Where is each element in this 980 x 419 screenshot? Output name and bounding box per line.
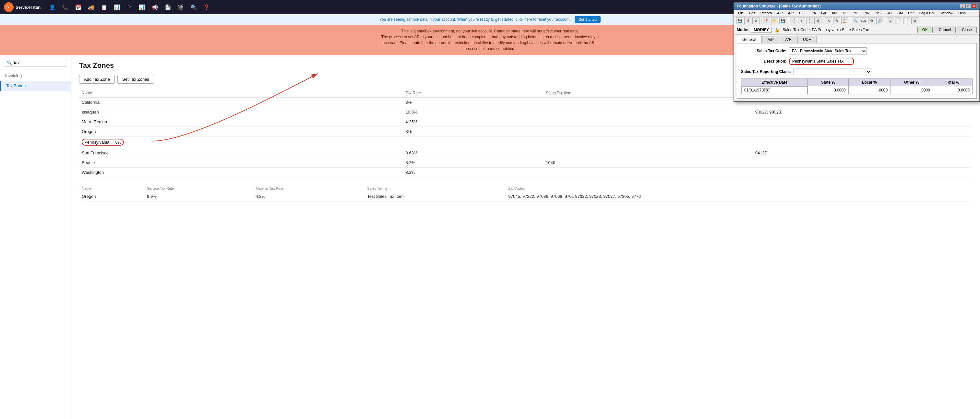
fw-tab-general[interactable]: General bbox=[737, 36, 762, 43]
fw-tab-udf[interactable]: UDF bbox=[797, 36, 816, 43]
fw-tool-first[interactable]: ⟨⟨ bbox=[790, 18, 797, 24]
fw-menu-record[interactable]: Record bbox=[758, 10, 775, 16]
fw-date-dropdown[interactable]: ▼ bbox=[764, 88, 770, 92]
fw-tool-save2[interactable]: 💾 bbox=[779, 18, 786, 24]
fw-menu-log-call[interactable]: Log a Call bbox=[917, 10, 938, 16]
app-logo: ST ServiceTitan bbox=[4, 2, 41, 12]
fw-rate-date: 01/01/1970 ▼ bbox=[741, 86, 808, 94]
fw-menu-ar[interactable]: A/R bbox=[786, 10, 797, 16]
fw-menu-window[interactable]: Window bbox=[938, 10, 956, 16]
fw-tool-print[interactable]: 🖨 bbox=[744, 18, 751, 24]
fw-tool-config[interactable]: ⚙ bbox=[868, 18, 875, 24]
fw-menu-up[interactable]: U/P bbox=[905, 10, 916, 16]
nav-icon-dashboard[interactable]: 📊 bbox=[138, 4, 145, 10]
row-name: Oregon bbox=[79, 127, 403, 137]
fw-minimize-button[interactable]: _ bbox=[960, 4, 965, 8]
col2-name: Name bbox=[79, 185, 144, 192]
table-row[interactable]: Metro Region 4.25% bbox=[79, 117, 972, 127]
fw-menu-in[interactable]: I/N bbox=[829, 10, 839, 16]
fw-tool-save[interactable]: 💾 bbox=[736, 18, 743, 24]
fw-tool-link[interactable]: 🔗 bbox=[876, 18, 883, 24]
add-tax-zone-button[interactable]: Add Tax Zone bbox=[79, 75, 115, 84]
row-name: Seattle bbox=[79, 158, 403, 168]
fw-tool-copy[interactable]: 📋 bbox=[841, 18, 848, 24]
fw-menu-ap[interactable]: A/P bbox=[775, 10, 786, 16]
nav-icon-calendar[interactable]: 📅 bbox=[75, 4, 81, 10]
nav-icon-dispatch[interactable]: 🚚 bbox=[88, 4, 94, 10]
fw-tool-new[interactable]: ✕ bbox=[825, 18, 832, 24]
fw-menu-sd[interactable]: S/D bbox=[883, 10, 894, 16]
fw-tool-settings[interactable]: ⚙ bbox=[911, 18, 918, 24]
fw-menu-help[interactable]: Help bbox=[956, 10, 968, 16]
fw-action-buttons: OK Cancel Close bbox=[917, 27, 977, 33]
table-row[interactable]: Washington 8.2% bbox=[79, 168, 972, 177]
fw-tool-sep5 bbox=[885, 18, 885, 24]
table-row[interactable]: Oregon 9.9% 4.3% Test Sales Tax Item 970… bbox=[79, 192, 972, 201]
fw-rate-row[interactable]: 01/01/1970 ▼ 8.0000 .0000 .0000 8.0000 bbox=[741, 86, 972, 94]
fw-tool-doc2[interactable]: 📄 bbox=[903, 18, 910, 24]
nav-icon-help[interactable]: ❓ bbox=[203, 4, 210, 10]
fw-tool-list[interactable]: ≡ bbox=[887, 18, 894, 24]
nav-icon-reports[interactable]: 📊 bbox=[114, 4, 120, 10]
fw-menu-tm[interactable]: T/M bbox=[894, 10, 905, 16]
pennsylvania-row[interactable]: Pennsylvania 8% bbox=[79, 137, 972, 148]
fw-close-x-button[interactable]: Close bbox=[957, 27, 977, 33]
content-area: Tax Zones Add Tax Zone Set Tax Zones Nam… bbox=[72, 55, 980, 419]
fw-rate-total: 8.0000 bbox=[933, 86, 972, 94]
fw-tool-delete[interactable]: 🗑 bbox=[833, 18, 840, 24]
col2-material-rate: Material Tax Rate bbox=[253, 185, 365, 192]
row2-service-rate: 9.9% bbox=[144, 192, 253, 201]
fw-sales-tax-code-select[interactable]: PA - Pennsylvania State Sales Tax - bbox=[789, 47, 867, 54]
fw-restore-button[interactable]: □ bbox=[966, 4, 971, 8]
col2-service-rate: Service Tax Rate bbox=[144, 185, 253, 192]
search-input[interactable]: tax bbox=[14, 61, 64, 65]
fw-tool-pin[interactable]: 📍 bbox=[763, 18, 770, 24]
fw-menu-file[interactable]: File bbox=[735, 10, 746, 16]
fw-close-button[interactable]: ✕ bbox=[972, 4, 977, 8]
get-started-button[interactable]: Get Started bbox=[574, 16, 601, 23]
nav-icon-person[interactable]: 👤 bbox=[49, 4, 56, 10]
fw-tool-find[interactable]: 🔍 bbox=[852, 18, 859, 24]
fw-menu-edit[interactable]: Edit bbox=[746, 10, 758, 16]
fw-menu-gl[interactable]: G/L bbox=[818, 10, 829, 16]
nav-icon-flag[interactable]: 🏳 bbox=[127, 4, 132, 10]
fw-menu-pc[interactable]: P/C bbox=[850, 10, 861, 16]
nav-icon-video[interactable]: 🎬 bbox=[177, 4, 184, 10]
nav-icon-jobs[interactable]: 📋 bbox=[101, 4, 107, 10]
fw-tab-ar[interactable]: A/R bbox=[780, 36, 797, 43]
fw-cancel-button[interactable]: Cancel bbox=[934, 27, 956, 33]
fw-reporting-class-select[interactable] bbox=[794, 68, 871, 75]
fw-tool-prev[interactable]: ⟨ bbox=[798, 18, 805, 24]
nav-icons: 👤 📞 📅 🚚 📋 📊 🏳 📊 📢 💾 🎬 🔍 ❓ bbox=[49, 4, 210, 10]
set-tax-zones-button[interactable]: Set Tax Zones bbox=[118, 75, 154, 84]
nav-icon-phone[interactable]: 📞 bbox=[62, 4, 68, 10]
fw-menu-jc[interactable]: J/C bbox=[839, 10, 850, 16]
nav-icon-marketing[interactable]: 📢 bbox=[151, 4, 158, 10]
fw-menu-ps[interactable]: P/S bbox=[872, 10, 883, 16]
fw-tool-close[interactable]: ✕ bbox=[752, 18, 759, 24]
fw-tool-last[interactable]: ⟩⟩ bbox=[814, 18, 821, 24]
fw-menu-fa[interactable]: F/A bbox=[808, 10, 818, 16]
search-box[interactable]: 🔍 tax bbox=[4, 59, 67, 67]
nav-icon-search[interactable]: 🔍 bbox=[190, 4, 197, 10]
fw-ok-button[interactable]: OK bbox=[917, 27, 933, 33]
table-row[interactable]: Oregon 3% bbox=[79, 127, 972, 137]
row-zips bbox=[752, 127, 972, 137]
fw-menu-pr[interactable]: P/R bbox=[861, 10, 872, 16]
fw-tool-sql[interactable]: SQL bbox=[860, 18, 867, 24]
fw-menu-eo[interactable]: E/O bbox=[797, 10, 808, 16]
table-row[interactable]: Issaquah 10.3% 98027, 98028, bbox=[79, 107, 972, 117]
row-name: Issaquah bbox=[79, 107, 403, 117]
fw-tool-open[interactable]: 📂 bbox=[771, 18, 778, 24]
table-row[interactable]: San Francisco 8.63% 94127 bbox=[79, 148, 972, 158]
nav-icon-media[interactable]: 💾 bbox=[164, 4, 171, 10]
fw-tabs: General A/P A/R UDF bbox=[734, 35, 979, 43]
fw-description-input[interactable] bbox=[789, 58, 854, 65]
fw-tab-ap[interactable]: A/P bbox=[762, 36, 779, 43]
fw-tool-next[interactable]: ⟩ bbox=[806, 18, 813, 24]
row2-name: Oregon bbox=[79, 192, 144, 201]
sidebar-item-tax-zones[interactable]: Tax Zones bbox=[0, 81, 71, 91]
fw-col-total-pct: Total % bbox=[933, 79, 972, 86]
fw-tool-doc1[interactable]: 📄 bbox=[895, 18, 902, 24]
table-row[interactable]: Seattle 8.2% 1040 bbox=[79, 158, 972, 168]
